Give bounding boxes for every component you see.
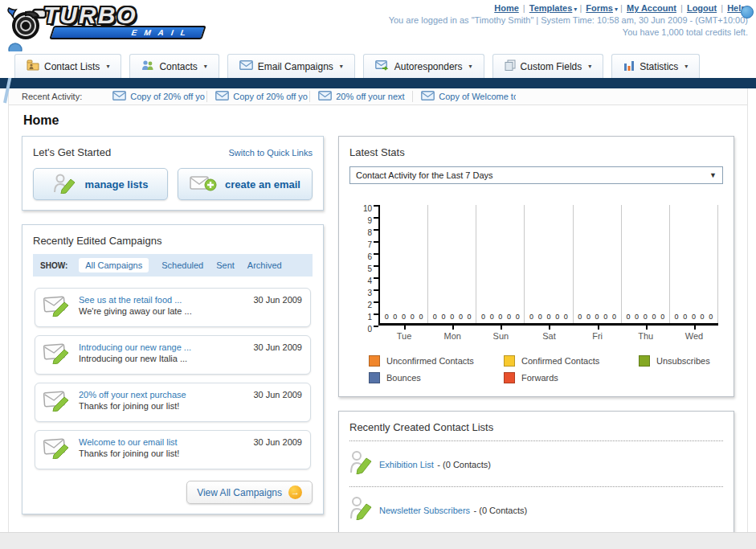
create-email-button[interactable]: create an email — [178, 168, 313, 200]
turbocharger-icon — [6, 3, 48, 47]
legend-item-forwards: Forwards — [504, 372, 639, 383]
bar-value-labels: 00000 — [476, 313, 524, 321]
header-right: Home | Templates▾ | Forms▾ | My Account … — [389, 3, 748, 37]
y-tick-label: 4 — [367, 277, 372, 285]
tab-contacts[interactable]: Contacts▾ — [129, 54, 219, 78]
campaign-card[interactable]: See us at the retail food ...We're givin… — [35, 288, 311, 327]
y-tick-label: 10 — [363, 204, 372, 213]
chevron-down-icon: ▾ — [204, 63, 207, 70]
chevron-down-icon: ▾ — [469, 63, 472, 70]
link-separator: | — [618, 3, 625, 13]
page-title: Home — [23, 113, 734, 128]
envelope-pencil-icon — [43, 437, 71, 462]
top-link-templates[interactable]: Templates — [529, 3, 573, 13]
campaign-subtitle: Thanks for joining our list! — [79, 401, 245, 411]
campaign-filter-archived[interactable]: Archived — [247, 260, 282, 270]
app-logo[interactable]: TURBO EMAIL — [6, 3, 204, 47]
recent-activity-item[interactable]: Copy of 20% off yo — [104, 91, 207, 102]
page: TURBO EMAIL Home | Templates▾ | Forms▾ |… — [0, 0, 756, 549]
contact-list-item[interactable]: Exhibition List - (0 Contacts) — [349, 449, 723, 479]
manage-lists-label: manage lists — [85, 178, 149, 191]
top-link-forms[interactable]: Forms — [586, 3, 613, 13]
stats-range-value: Contact Activity for the Last 7 Days — [356, 170, 493, 180]
y-tick-label: 5 — [367, 264, 372, 273]
campaign-title-link[interactable]: 20% off your next purchase — [79, 390, 245, 399]
x-tick-label: Mon — [444, 331, 461, 341]
y-tick-label: 3 — [367, 289, 372, 297]
tab-statistics[interactable]: Statistics▾ — [611, 54, 700, 78]
campaign-title-link[interactable]: Welcome to our email list — [79, 437, 245, 447]
recent-activity-bar: Recent Activity: Copy of 20% off yoCopy … — [9, 88, 747, 105]
chart-group-mon: 00000 — [428, 205, 476, 323]
bar-chart-icon — [623, 60, 635, 73]
legend-swatch — [369, 355, 380, 367]
y-tick-label: 8 — [367, 228, 372, 237]
chart-group-sun: 00000 — [476, 205, 525, 323]
x-tick-mark — [694, 326, 696, 330]
envelope-icon — [239, 60, 253, 72]
bar-value-labels: 00000 — [670, 313, 717, 321]
campaign-title-link[interactable]: See us at the retail food ... — [79, 295, 245, 305]
x-tick-mark — [452, 326, 454, 330]
recent-activity-item[interactable]: Copy of Welcome to — [413, 91, 516, 102]
campaign-subtitle: We're giving away our late ... — [79, 306, 245, 316]
x-tick-mark — [646, 326, 648, 330]
campaign-subtitle: Introducing our new Italia ... — [79, 354, 245, 363]
manage-lists-button[interactable]: manage lists — [33, 168, 168, 200]
campaign-filter-sent[interactable]: Sent — [216, 260, 235, 270]
campaign-card[interactable]: 20% off your next purchaseThanks for joi… — [35, 383, 311, 422]
view-all-campaigns-button[interactable]: View All Campaigns → — [186, 481, 313, 504]
link-separator: | — [577, 3, 584, 13]
recent-campaigns-title: Recently Edited Campaigns — [33, 235, 313, 247]
help-balloon-icon — [741, 6, 754, 18]
view-all-campaigns-label: View All Campaigns — [197, 487, 282, 498]
top-nav-links: Home | Templates▾ | Forms▾ | My Account … — [389, 3, 748, 13]
recent-activity-item[interactable]: 20% off your next — [310, 91, 413, 102]
campaign-card[interactable]: Introducing our new range ...Introducing… — [35, 335, 311, 375]
switch-quick-links-link[interactable]: Switch to Quick Links — [228, 148, 313, 158]
campaign-filter-all-campaigns[interactable]: All Campaigns — [79, 258, 149, 272]
envelope-icon — [215, 91, 229, 102]
tab-custom-fields[interactable]: Custom Fields▾ — [492, 54, 604, 78]
tab-autoresponders[interactable]: Autoresponders▾ — [363, 54, 484, 78]
top-link-logout[interactable]: Logout — [687, 3, 717, 13]
x-tick-label: Sat — [542, 331, 556, 341]
link-separator: | — [678, 3, 685, 13]
top-link-home[interactable]: Home — [494, 3, 519, 13]
dotted-separator — [349, 486, 723, 487]
campaign-title-link[interactable]: Introducing our new range ... — [79, 342, 245, 352]
create-email-label: create an email — [225, 178, 300, 191]
person-pencil-icon — [349, 450, 372, 477]
top-link-my-account[interactable]: My Account — [627, 3, 676, 13]
stats-range-select[interactable]: Contact Activity for the Last 7 Days ▼ — [349, 166, 723, 184]
tab-email-campaigns[interactable]: Email Campaigns▾ — [227, 54, 355, 78]
contact-lists-title: Recently Created Contact Lists — [349, 421, 723, 433]
documents-icon — [505, 59, 516, 73]
legend-item-confirmed-contacts: Confirmed Contacts — [504, 355, 639, 367]
show-label: SHOW: — [40, 261, 67, 270]
recent-activity-item[interactable]: Copy of 20% off yo — [207, 91, 310, 102]
bar-value-labels: 00000 — [622, 313, 669, 321]
contact-list-link[interactable]: Newsletter Subscribers — [379, 506, 470, 515]
envelope-icon — [112, 91, 126, 102]
bar-value-labels: 00000 — [525, 313, 572, 321]
latest-stats-title: Latest Stats — [349, 146, 723, 158]
latest-stats-panel: Latest Stats Contact Activity for the La… — [338, 136, 734, 397]
x-tick-mark — [404, 326, 406, 330]
campaign-filter-scheduled[interactable]: Scheduled — [161, 260, 203, 270]
envelope-icon — [421, 91, 435, 102]
contact-list-link[interactable]: Exhibition List — [379, 460, 434, 469]
bar-value-labels: 00000 — [574, 313, 621, 321]
y-tick-mark — [374, 326, 378, 327]
campaign-card[interactable]: Welcome to our email listThanks for join… — [35, 430, 311, 469]
tab-contact-lists[interactable]: Contact Lists▾ — [14, 54, 121, 78]
link-separator: | — [521, 3, 528, 13]
x-axis-cell: Sun — [476, 326, 525, 342]
chart-y-axis: 012345678910 — [354, 205, 378, 326]
x-axis-cell: Sat — [525, 326, 573, 342]
navy-divider-bar — [0, 78, 756, 88]
contact-list-item[interactable]: Newsletter Subscribers - (0 Contacts) — [349, 494, 723, 525]
legend-swatch — [639, 355, 650, 367]
recent-activity-label: Recent Activity: — [22, 92, 82, 101]
chevron-down-icon: ▾ — [106, 63, 109, 70]
